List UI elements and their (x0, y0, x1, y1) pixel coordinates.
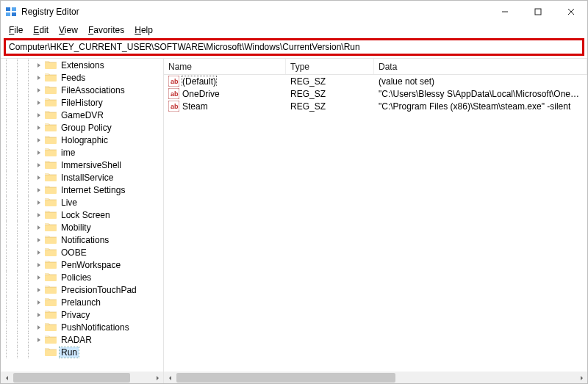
tree-item[interactable]: ime (1, 146, 163, 159)
tree-horizontal-scrollbar[interactable] (1, 372, 163, 384)
tree-item[interactable]: Live (1, 196, 163, 209)
tree-item[interactable]: PenWorkspace (1, 258, 163, 271)
chevron-right-icon[interactable] (34, 247, 44, 258)
tree-guide (12, 333, 23, 346)
tree-guide (12, 134, 23, 146)
svg-marker-21 (37, 225, 40, 230)
address-bar[interactable]: Computer\HKEY_CURRENT_USER\SOFTWARE\Micr… (4, 38, 584, 56)
tree-guide (12, 321, 23, 333)
tree-item[interactable]: PrecisionTouchPad (1, 283, 163, 296)
menu-favorites[interactable]: Favorites (83, 24, 129, 36)
menubar: File Edit View Favorites Help FileEditVi… (1, 23, 587, 37)
list-body[interactable]: (Default)REG_SZ(value not set)OneDriveRE… (164, 75, 587, 112)
chevron-right-icon[interactable] (34, 297, 44, 308)
tree-item[interactable]: FileHistory (1, 96, 163, 109)
tree-guide (12, 109, 23, 121)
chevron-right-icon[interactable] (34, 85, 44, 95)
svg-marker-29 (37, 325, 40, 330)
list-horizontal-scrollbar[interactable] (164, 372, 587, 384)
chevron-right-icon[interactable] (34, 335, 44, 345)
chevron-right-icon[interactable] (34, 73, 44, 83)
tree-item[interactable]: FileAssociations (1, 84, 163, 96)
column-header-data[interactable]: Data (374, 59, 587, 74)
chevron-right-icon[interactable] (34, 285, 44, 295)
column-header-type[interactable]: Type (286, 59, 374, 74)
list-row[interactable]: SteamREG_SZ"C:\Program Files (x86)\Steam… (164, 100, 587, 112)
tree[interactable]: ExtensionsFeedsFileAssociationsFileHisto… (1, 59, 163, 372)
tree-item-label: Lock Screen (61, 210, 110, 220)
chevron-right-icon[interactable] (34, 148, 44, 158)
menu-help[interactable]: Help (129, 24, 158, 36)
tree-item[interactable]: PushNotifications (1, 321, 163, 333)
tree-item[interactable]: Feeds (1, 71, 163, 84)
chevron-right-icon[interactable] (34, 198, 44, 208)
tree-item[interactable]: Privacy (1, 308, 163, 321)
scroll-left-button[interactable] (1, 372, 13, 384)
chevron-right-icon[interactable] (34, 185, 44, 195)
tree-item[interactable]: Group Policy (1, 121, 163, 134)
tree-guide (12, 296, 23, 308)
chevron-right-icon[interactable] (34, 110, 44, 120)
close-button[interactable] (554, 1, 587, 23)
tree-item[interactable]: RADAR (1, 333, 163, 346)
menu-file[interactable]: File (4, 24, 28, 36)
chevron-right-icon[interactable] (34, 60, 44, 70)
list-row[interactable]: OneDriveREG_SZ"C:\Users\Blessy S\AppData… (164, 87, 587, 100)
maximize-button[interactable] (521, 1, 554, 23)
tree-item[interactable]: Lock Screen (1, 209, 163, 221)
tree-guide (12, 84, 23, 96)
list-row[interactable]: (Default)REG_SZ(value not set) (164, 75, 587, 87)
column-header-name[interactable]: Name (164, 59, 286, 74)
tree-guide (1, 146, 12, 159)
scroll-thumb[interactable] (13, 373, 130, 383)
chevron-right-icon[interactable] (34, 160, 44, 170)
menu-view[interactable]: View (54, 24, 83, 36)
tree-item[interactable]: ImmersiveShell (1, 159, 163, 171)
tree-item[interactable]: Extensions (1, 59, 163, 71)
chevron-right-icon[interactable] (34, 210, 44, 220)
tree-item[interactable]: Run (1, 346, 163, 358)
tree-item[interactable]: OOBE (1, 246, 163, 258)
cell-data: (value not set) (374, 76, 587, 87)
chevron-right-icon[interactable] (34, 260, 44, 270)
svg-marker-26 (37, 288, 40, 292)
chevron-right-icon[interactable] (34, 235, 44, 245)
regedit-icon (5, 6, 17, 18)
cell-name: (Default) (164, 76, 286, 87)
tree-item[interactable]: Prelaunch (1, 296, 163, 308)
chevron-right-icon[interactable] (34, 135, 44, 145)
scroll-track[interactable] (176, 372, 575, 384)
tree-item[interactable]: Notifications (1, 233, 163, 246)
scroll-track[interactable] (13, 372, 151, 384)
menu-edit[interactable]: Edit (28, 24, 54, 36)
chevron-right-icon[interactable] (34, 98, 44, 108)
scroll-left-button[interactable] (164, 372, 176, 384)
tree-guide (23, 121, 34, 134)
tree-item-label: FileHistory (61, 98, 103, 108)
tree-guide (12, 221, 23, 233)
folder-icon (45, 123, 57, 132)
scroll-right-button[interactable] (151, 372, 163, 384)
tree-item[interactable]: Mobility (1, 221, 163, 233)
chevron-right-icon[interactable] (34, 173, 44, 183)
chevron-right-icon[interactable] (34, 272, 44, 283)
tree-guide (1, 233, 12, 246)
scroll-right-button[interactable] (575, 372, 587, 384)
svg-rect-3 (12, 12, 16, 16)
svg-marker-30 (37, 338, 40, 342)
tree-guide (23, 184, 34, 196)
chevron-right-icon[interactable] (34, 322, 44, 333)
scroll-thumb[interactable] (176, 373, 395, 383)
chevron-right-icon[interactable] (34, 310, 44, 320)
chevron-right-icon[interactable] (34, 222, 44, 233)
minimize-button[interactable] (488, 1, 521, 23)
tree-item[interactable]: InstallService (1, 171, 163, 184)
tree-item[interactable]: Policies (1, 271, 163, 283)
tree-item[interactable]: GameDVR (1, 109, 163, 121)
value-name: Steam (182, 101, 208, 112)
tree-item[interactable]: Internet Settings (1, 184, 163, 196)
tree-item[interactable]: Holographic (1, 134, 163, 146)
tree-item-label: Run (61, 347, 77, 358)
chevron-right-icon[interactable] (34, 123, 44, 133)
svg-marker-17 (37, 175, 40, 180)
